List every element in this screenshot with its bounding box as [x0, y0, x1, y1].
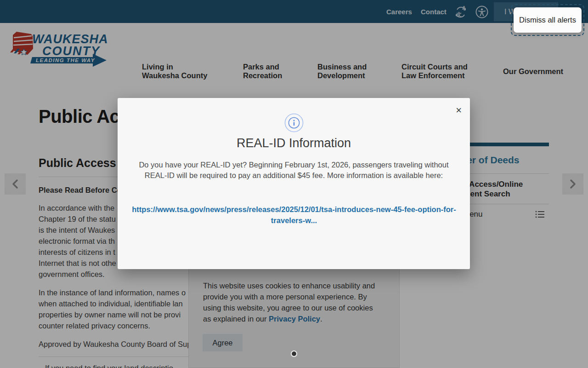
close-icon[interactable]: × [456, 105, 462, 115]
dismiss-all-alerts-button[interactable]: Dismiss all alerts [514, 7, 582, 33]
modal-body-line-2: REAL-ID will be required to pay an addit… [118, 170, 470, 181]
real-id-alert-modal: × REAL-ID Information Do you have your R… [118, 98, 470, 269]
info-icon [284, 113, 304, 134]
tsa-real-id-link[interactable]: https://www.tsa.gov/news/press/releases/… [124, 204, 464, 226]
carousel-dot-indicator[interactable] [291, 351, 297, 357]
modal-title: REAL-ID Information [118, 136, 470, 150]
modal-body-line-1: Do you have your REAL-ID yet? Beginning … [118, 160, 470, 171]
